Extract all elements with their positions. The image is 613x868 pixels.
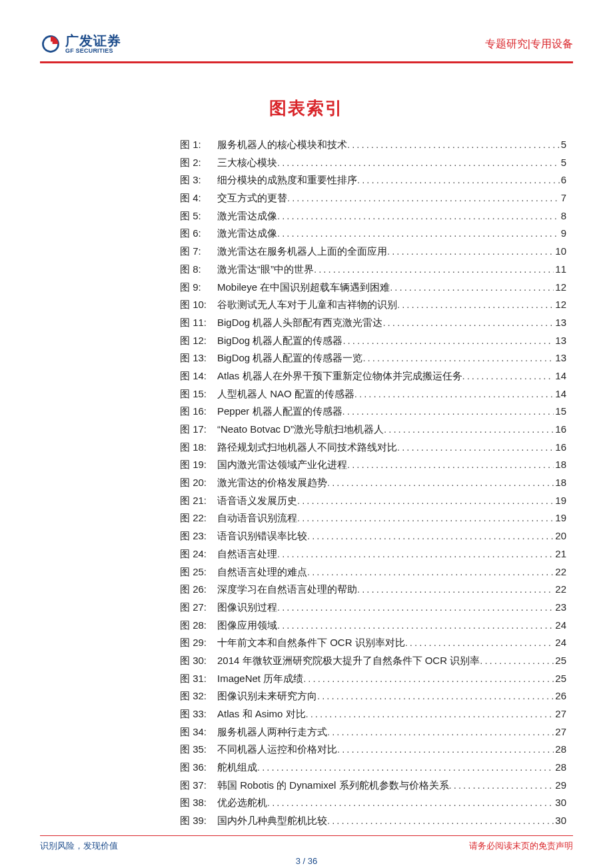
toc-leader-dots: [287, 189, 560, 207]
toc-leader-dots: [387, 243, 554, 261]
toc-entry[interactable]: 图 36:舵机组成 28: [180, 759, 566, 777]
toc-title: 舵机组成: [217, 759, 257, 777]
toc-entry[interactable]: 图 6:激光雷达成像 9: [180, 225, 566, 243]
toc-title: 激光雷达在服务机器人上面的全面应用: [217, 243, 387, 261]
toc-entry[interactable]: 图 12:BigDog 机器人配置的传感器 13: [180, 332, 566, 350]
table-of-contents: 图 1:服务机器人的核心模块和技术 5图 2:三大核心模块 5图 3:细分模块的…: [180, 136, 566, 830]
toc-entry[interactable]: 图 28:图像应用领域 24: [180, 617, 566, 635]
toc-entry[interactable]: 图 34:服务机器人两种行走方式 27: [180, 723, 566, 741]
toc-label: 图 32:: [180, 687, 217, 705]
toc-label: 图 34:: [180, 723, 217, 741]
toc-entry[interactable]: 图 14:Atlas 机器人在外界干预下重新定位物体并完成搬运任务 14: [180, 367, 566, 385]
toc-page-number: 13: [554, 349, 566, 367]
toc-entry[interactable]: 图 31:ImageNet 历年成绩 25: [180, 670, 566, 688]
toc-entry[interactable]: 图 29:十年前文本和自然条件下 OCR 识别率对比 24: [180, 634, 566, 652]
toc-label: 图 7:: [180, 243, 217, 261]
toc-entry[interactable]: 图 20:激光雷达的价格发展趋势 18: [180, 474, 566, 492]
toc-entry[interactable]: 图 27:图像识别过程 23: [180, 599, 566, 617]
toc-entry[interactable]: 图 23:语音识别错误率比较 20: [180, 527, 566, 545]
toc-label: 图 15:: [180, 385, 217, 403]
toc-entry[interactable]: 图 26:深度学习在自然语言处理的帮助 22: [180, 581, 566, 599]
toc-page-number: 5: [560, 154, 566, 172]
company-logo: 广发证券 GF SECURITIES: [40, 33, 121, 55]
toc-title: BigDog 机器人配置的传感器: [217, 332, 342, 350]
toc-page-number: 28: [554, 759, 566, 777]
toc-label: 图 17:: [180, 421, 217, 439]
toc-entry[interactable]: 图 15:人型机器人 NAO 配置的传感器 14: [180, 385, 566, 403]
toc-title: 路径规划式扫地机器人不同技术路线对比: [217, 439, 397, 457]
toc-page-number: 22: [554, 563, 566, 581]
toc-title: 图像识别未来研究方向: [217, 687, 317, 705]
toc-title: 服务机器人两种行走方式: [217, 723, 327, 741]
toc-leader-dots: [357, 171, 560, 189]
toc-label: 图 14:: [180, 367, 217, 385]
footer-slogan: 识别风险，发现价值: [40, 840, 118, 852]
toc-entry[interactable]: 图 35:不同机器人运控和价格对比 28: [180, 741, 566, 759]
toc-title: ImageNet 历年成绩: [217, 670, 303, 688]
toc-entry[interactable]: 图 18:路径规划式扫地机器人不同技术路线对比 16: [180, 439, 566, 457]
toc-title: 交互方式的更替: [217, 189, 287, 207]
toc-entry[interactable]: 图 4:交互方式的更替 7: [180, 189, 566, 207]
toc-label: 图 36:: [180, 759, 217, 777]
toc-entry[interactable]: 图 24:自然语言处理 21: [180, 545, 566, 563]
toc-page-number: 13: [554, 332, 566, 350]
toc-entry[interactable]: 图 5:激光雷达成像 8: [180, 207, 566, 225]
toc-entry[interactable]: 图 2:三大核心模块 5: [180, 154, 566, 172]
toc-entry[interactable]: 图 33:Atlas 和 Asimo 对比 27: [180, 705, 566, 723]
page-title: 图表索引: [40, 97, 573, 120]
toc-entry[interactable]: 图 1:服务机器人的核心模块和技术 5: [180, 136, 566, 154]
toc-title: 激光雷达成像: [217, 225, 277, 243]
toc-leader-dots: [277, 617, 554, 635]
toc-page-number: 19: [554, 509, 566, 527]
toc-title: 优必选舵机: [217, 794, 267, 812]
toc-entry[interactable]: 图 10:谷歌测试无人车对于儿童和吉祥物的识别 12: [180, 296, 566, 314]
toc-entry[interactable]: 图 3:细分模块的成熟度和重要性排序 6: [180, 171, 566, 189]
toc-entry[interactable]: 图 11:BigDog 机器人头部配有西克激光雷达 13: [180, 314, 566, 332]
toc-entry[interactable]: 图 9:Mobileye 在中国识别超载车辆遇到困难 12: [180, 279, 566, 297]
toc-entry[interactable]: 图 25:自然语言处理的难点 22: [180, 563, 566, 581]
toc-entry[interactable]: 图 38:优必选舵机 30: [180, 794, 566, 812]
toc-leader-dots: [382, 314, 554, 332]
toc-entry[interactable]: 图 8:激光雷达“眼”中的世界 11: [180, 261, 566, 279]
toc-title: 图像识别过程: [217, 599, 277, 617]
toc-page-number: 7: [560, 189, 566, 207]
toc-title: 激光雷达“眼”中的世界: [217, 261, 314, 279]
toc-leader-dots: [277, 207, 560, 225]
toc-label: 图 18:: [180, 439, 217, 457]
toc-page-number: 14: [554, 385, 566, 403]
toc-leader-dots: [480, 652, 554, 670]
toc-entry[interactable]: 图 21:语音语义发展历史 19: [180, 492, 566, 510]
toc-entry[interactable]: 图 19:国内激光雷达领域产业化进程 18: [180, 456, 566, 474]
toc-label: 图 21:: [180, 492, 217, 510]
toc-label: 图 1:: [180, 136, 217, 154]
toc-title: 服务机器人的核心模块和技术: [217, 136, 347, 154]
toc-leader-dots: [405, 634, 554, 652]
toc-page-number: 13: [554, 314, 566, 332]
toc-label: 图 30:: [180, 652, 217, 670]
toc-entry[interactable]: 图 32:图像识别未来研究方向 26: [180, 687, 566, 705]
toc-entry[interactable]: 图 22:自动语音识别流程 19: [180, 509, 566, 527]
toc-page-number: 18: [554, 456, 566, 474]
toc-entry[interactable]: 图 16:Pepper 机器人配置的传感器 15: [180, 403, 566, 421]
toc-page-number: 28: [554, 741, 566, 759]
toc-entry[interactable]: 图 17:“Neato Botvac D”激光导航扫地机器人 16: [180, 421, 566, 439]
toc-page-number: 30: [554, 812, 566, 830]
toc-title: 韩国 Robotis 的 Dynamixel 系列舵机参数与价格关系: [217, 777, 449, 795]
toc-page-number: 21: [554, 545, 566, 563]
toc-label: 图 28:: [180, 617, 217, 635]
toc-leader-dots: [342, 332, 554, 350]
toc-leader-dots: [317, 687, 554, 705]
toc-title: 2014 年微软亚洲研究院极大提升了自然条件下 OCR 识别率: [217, 652, 480, 670]
toc-entry[interactable]: 图 30:2014 年微软亚洲研究院极大提升了自然条件下 OCR 识别率 25: [180, 652, 566, 670]
toc-title: Mobileye 在中国识别超载车辆遇到困难: [217, 279, 390, 297]
toc-label: 图 6:: [180, 225, 217, 243]
toc-entry[interactable]: 图 37:韩国 Robotis 的 Dynamixel 系列舵机参数与价格关系 …: [180, 777, 566, 795]
toc-title: 自然语言处理: [217, 545, 277, 563]
toc-entry[interactable]: 图 39:国内外几种典型舵机比较 30: [180, 812, 566, 830]
toc-title: 激光雷达的价格发展趋势: [217, 474, 327, 492]
toc-leader-dots: [347, 136, 560, 154]
toc-label: 图 16:: [180, 403, 217, 421]
toc-label: 图 3:: [180, 171, 217, 189]
toc-entry[interactable]: 图 13:BigDog 机器人配置的传感器一览 13: [180, 349, 566, 367]
toc-entry[interactable]: 图 7:激光雷达在服务机器人上面的全面应用 10: [180, 243, 566, 261]
